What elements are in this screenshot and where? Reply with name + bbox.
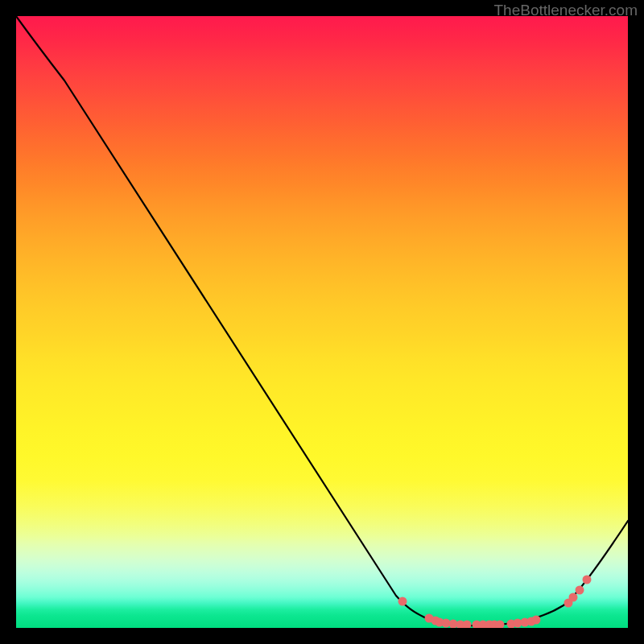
data-dot: [576, 586, 584, 595]
data-dot: [569, 593, 578, 602]
data-dot: [463, 621, 472, 629]
watermark-text: TheBottlenecker.com: [494, 2, 638, 19]
curve-svg: [16, 16, 628, 628]
data-dot: [398, 597, 407, 606]
data-dot: [532, 616, 541, 625]
data-dots: [398, 576, 592, 629]
chart-container: TheBottlenecker.com: [0, 0, 644, 644]
data-dot: [583, 576, 592, 584]
bottleneck-curve: [16, 16, 628, 625]
plot-area: [16, 16, 628, 628]
